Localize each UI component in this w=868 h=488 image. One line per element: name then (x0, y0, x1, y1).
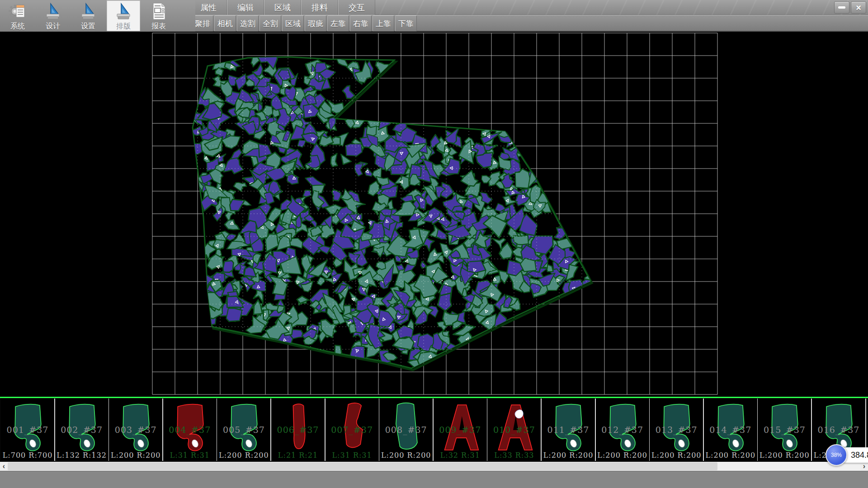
piece-id-label: 011_#37 (542, 425, 595, 435)
piece-counts-label: L:700 R:700 (1, 451, 54, 460)
close-icon: × (856, 3, 861, 12)
nesting-canvas-area[interactable] (0, 32, 868, 397)
piece-thumbnail-011_#37[interactable]: 011_#37L:200 R:200 (542, 399, 596, 461)
main-toolbar-button-1[interactable]: 系统 (1, 0, 34, 31)
piece-id-label: 003_#37 (109, 425, 162, 435)
minimize-icon (838, 6, 845, 9)
tool-button-2[interactable]: 相机 (214, 15, 236, 32)
tool-button-3[interactable]: 选割 (237, 15, 259, 32)
piece-id-label: 017_#37 (866, 425, 868, 435)
status-bar (0, 471, 868, 488)
piece-counts-label: L:31 R:31 (326, 451, 379, 460)
piece-thumbnail-015_#37[interactable]: 015_#37L:200 R:200 (758, 399, 812, 461)
piece-id-label: 008_#37 (379, 425, 433, 435)
piece-id-label: 009_#37 (434, 425, 487, 435)
piece-counts-label: L:132 R:132 (55, 451, 108, 460)
piece-thumbnail-002_#37[interactable]: 002_#37L:132 R:132 (55, 399, 109, 461)
main-toolbar-button-5[interactable]: 报表 (142, 0, 175, 31)
settings-ruler-icon (79, 2, 97, 21)
menu-item-4[interactable]: 排料 (301, 0, 338, 15)
piece-thumbnail-008_#37[interactable]: 008_#37L:200 R:200 (379, 399, 434, 461)
main-toolbar-button-2[interactable]: 设计 (36, 0, 70, 31)
piece-thumbnail-004_#37[interactable]: 004_#37L:31 R:31 (163, 399, 217, 461)
tool-button-4[interactable]: 全割 (259, 15, 281, 32)
menu-row-2: 聚排相机选割全割区域瑕疵左靠右靠上靠下靠 (192, 15, 418, 31)
piece-id-label: 015_#37 (758, 425, 811, 435)
piece-id-label: 010_#37 (487, 425, 541, 435)
scroll-left-arrow[interactable]: ‹ (0, 462, 8, 471)
piece-thumbnail-010_#37[interactable]: 010_#37L:33 R:33 (487, 399, 542, 461)
main-toolbar-label: 系统 (10, 22, 25, 31)
piece-counts-label: L:200 R:200 (758, 451, 811, 460)
strip-accent-line (0, 397, 868, 398)
main-toolbar-label: 设置 (81, 22, 95, 31)
piece-counts-label: L:31 R:31 (163, 451, 217, 460)
piece-id-label: 002_#37 (55, 425, 108, 435)
piece-id-label: 001_#37 (1, 425, 54, 435)
menu-row-1: 属性编辑区域排料交互 (190, 0, 375, 15)
tool-button-10[interactable]: 下靠 (395, 15, 417, 32)
piece-thumbnail-007_#37[interactable]: 007_#37L:31 R:31 (326, 399, 380, 461)
design-ruler-icon (44, 2, 62, 21)
status-badge: 38% 384.8M (826, 444, 868, 466)
menu-item-2[interactable]: 编辑 (227, 0, 264, 15)
piece-counts-label: L:200 R:200 (704, 451, 757, 460)
main-toolbar-label: 排版 (116, 22, 131, 31)
piece-thumbnail-009_#37[interactable]: 009_#37L:32 R:31 (434, 399, 488, 461)
menu-item-5[interactable]: 交互 (338, 0, 375, 15)
piece-counts-label: L:200 R:200 (542, 451, 595, 460)
piece-counts-label: L:200 R:200 (650, 451, 703, 460)
piece-id-label: 016_#37 (812, 425, 865, 435)
tool-button-8[interactable]: 右靠 (350, 15, 372, 32)
piece-thumbnail-006_#37[interactable]: 006_#37L:21 R:21 (271, 399, 326, 461)
main-toolbar-label: 报表 (151, 22, 166, 31)
piece-counts-label: L:200 R:200 (596, 451, 649, 460)
piece-id-label: 014_#37 (704, 425, 757, 435)
piece-id-label: 005_#37 (217, 425, 270, 435)
system-gear-icon (9, 2, 27, 21)
piece-thumbnail-001_#37[interactable]: 001_#37L:700 R:700 (1, 399, 55, 461)
tool-button-9[interactable]: 上靠 (373, 15, 394, 32)
piece-id-label: 006_#37 (271, 425, 325, 435)
piece-thumbnail-005_#37[interactable]: 005_#37L:200 R:200 (217, 399, 271, 461)
main-toolbar-label: 设计 (46, 22, 60, 31)
piece-counts-label: L:200 R:200 (379, 451, 433, 460)
piece-id-label: 013_#37 (650, 425, 703, 435)
piece-counts-label: L:21 R:21 (271, 451, 325, 460)
nesting-svg[interactable] (0, 32, 868, 397)
menu-item-1[interactable]: 属性 (190, 0, 227, 15)
tool-button-5[interactable]: 区域 (282, 15, 304, 32)
piece-thumbnail-strip: 001_#37L:700 R:700002_#37L:132 R:132003_… (0, 397, 868, 462)
tool-button-6[interactable]: 瑕疵 (305, 15, 326, 32)
close-button[interactable]: × (851, 1, 866, 14)
piece-thumbnail-012_#37[interactable]: 012_#37L:200 R:200 (596, 399, 650, 461)
minimize-button[interactable] (834, 1, 849, 14)
tool-button-7[interactable]: 左靠 (327, 15, 349, 32)
application-window: 系统设计设置排版报表 属性编辑区域排料交互 聚排相机选割全割区域瑕疵左靠右靠上靠… (0, 0, 868, 488)
piece-id-label: 007_#37 (326, 425, 379, 435)
window-controls: × (834, 1, 866, 14)
piece-counts-label: L:33 R:33 (487, 451, 541, 460)
horizontal-scrollbar[interactable]: ‹ › (0, 462, 868, 471)
layout-ruler-icon (114, 2, 132, 21)
main-toolbar: 系统设计设置排版报表 (0, 0, 195, 32)
piece-id-label: 004_#37 (163, 425, 217, 435)
piece-thumbnail-014_#37[interactable]: 014_#37L:200 R:200 (704, 399, 758, 461)
menu-item-3[interactable]: 区域 (264, 0, 301, 15)
piece-counts-label: L:200 R:200 (109, 451, 162, 460)
piece-thumbnail-003_#37[interactable]: 003_#37L:200 R:200 (109, 399, 163, 461)
main-toolbar-button-3[interactable]: 设置 (71, 0, 105, 31)
scrollbar-thumb[interactable] (8, 462, 717, 470)
report-doc-icon (150, 2, 168, 21)
piece-thumbnail-013_#37[interactable]: 013_#37L:200 R:200 (650, 399, 704, 461)
piece-id-label: 012_#37 (596, 425, 649, 435)
main-toolbar-button-4[interactable]: 排版 (107, 0, 140, 31)
piece-counts-label: L:32 R:31 (434, 451, 487, 460)
piece-counts-label: L:200 R:200 (217, 451, 270, 460)
progress-circle: 38% (826, 444, 847, 466)
